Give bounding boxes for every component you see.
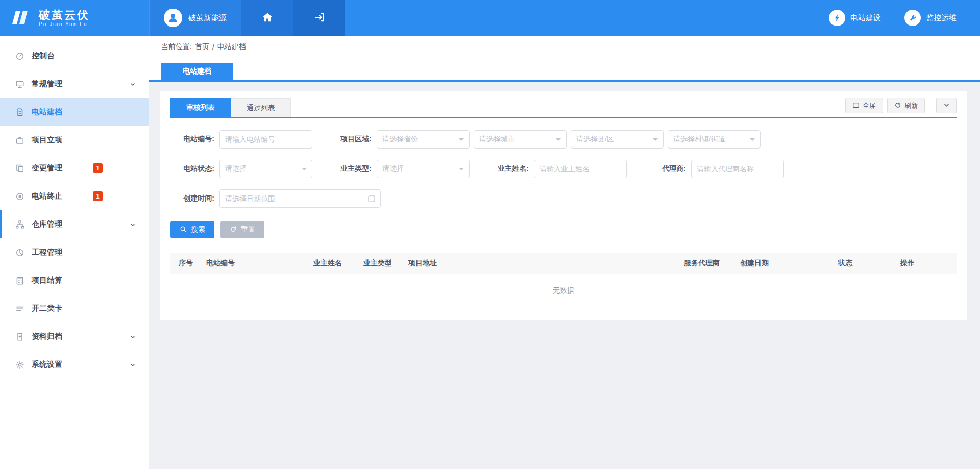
city-select[interactable]: 请选择城市 [474,130,567,149]
chevron-down-icon [130,362,136,368]
home-button[interactable] [241,0,293,36]
owner-type-select[interactable]: 请选择 [377,160,470,178]
sidebar-item-type2-card[interactable]: 开二类卡 [0,294,149,323]
monitor-icon [15,80,24,89]
avatar [164,9,182,27]
fullscreen-icon [852,102,860,110]
sidebar-item-engineering-mgmt[interactable]: 工程管理 [0,238,149,266]
owner-name-label: 业主姓名: [485,164,529,174]
chevron-down-icon [653,138,658,143]
station-no-input[interactable] [219,130,312,149]
sidebar-item-label: 开二类卡 [32,304,62,313]
refresh-button[interactable]: 刷新 [887,98,925,113]
col-project-address: 项目地址 [408,259,684,268]
chevron-down-icon [750,138,755,143]
sidebar-item-warehouse-mgmt[interactable]: 仓库管理 [0,210,149,238]
sidebar-item-general-mgmt[interactable]: 常规管理 [0,70,149,98]
refresh-icon [894,102,901,110]
top-header: 破茧云伏 Po Jian Yun Fu 破茧新能源 [0,0,980,36]
app-root: 破茧云伏 Po Jian Yun Fu 破茧新能源 [0,0,980,469]
lightning-icon [829,10,845,26]
search-icon [180,226,187,234]
region-label: 项目区域: [328,135,372,144]
owner-name-input[interactable] [534,160,627,178]
reset-button[interactable]: 重置 [220,221,264,238]
sidebar-item-label: 变更管理 [32,163,62,173]
solar-logo-icon [11,9,33,28]
logo-title: 破茧云伏 [39,9,90,21]
logo: 破茧云伏 Po Jian Yun Fu [0,0,149,36]
agent-input[interactable] [691,160,784,178]
created-time-label: 创建时间: [170,194,214,203]
stop-circle-icon [15,192,24,201]
sidebar-item-label: 系统设置 [32,360,62,369]
page-tab-bar: 电站建档 [149,58,980,82]
search-button[interactable]: 搜索 [170,221,214,238]
filter-form: 电站编号: 项目区域: 请选择省份 请选择城市 [170,130,957,208]
user-menu[interactable]: 破茧新能源 [149,0,241,36]
briefcase-icon [15,136,24,145]
breadcrumb-separator: / [212,43,214,51]
agent-label: 代理商: [642,164,686,174]
nav-monitor-ops[interactable]: 监控运维 [904,0,957,36]
col-status: 状态 [838,259,900,268]
nav-station-build[interactable]: 电站建设 [829,0,881,36]
list-bars-icon [15,304,24,313]
station-archive-panel: 审核列表 通过列表 全屏 刷新 [160,91,967,320]
logout-button[interactable] [293,0,345,36]
station-status-label: 电站状态: [170,164,214,174]
chevron-down-icon [556,138,561,143]
chevron-down-icon [302,168,307,173]
breadcrumb-prefix: 当前位置: [161,42,192,52]
fullscreen-button[interactable]: 全屏 [845,98,883,113]
col-actions: 操作 [900,259,957,268]
tab-review-list[interactable]: 审核列表 [170,98,231,117]
exit-icon [314,12,325,24]
sidebar-item-station-termination[interactable]: 电站终止 1 [0,182,149,210]
gear-icon [15,360,24,369]
breadcrumb-home[interactable]: 首页 [195,42,209,52]
col-owner-name: 业主姓名 [313,259,363,268]
tab-station-archive[interactable]: 电站建档 [161,63,233,80]
town-select[interactable]: 请选择村镇/街道 [668,130,761,149]
sidebar-item-system-settings[interactable]: 系统设置 [0,351,149,379]
company-name: 破茧新能源 [188,13,227,23]
chevron-down-icon [130,221,136,228]
badge-count: 1 [93,191,103,201]
sidebar-item-station-archive[interactable]: 电站建档 [0,98,149,126]
sidebar-item-data-archive[interactable]: 资料归档 [0,323,149,351]
sidebar-item-change-mgmt[interactable]: 变更管理 1 [0,154,149,182]
copy-icon [15,164,24,173]
county-select[interactable]: 请选择县/区 [571,130,664,149]
col-station-no: 电站编号 [206,259,313,268]
chevron-down-icon [943,102,950,110]
province-select[interactable]: 请选择省份 [377,130,470,149]
chevron-down-icon [130,334,136,340]
dashboard-icon [15,52,24,61]
collapse-filters-button[interactable] [936,98,957,113]
tab-passed-list[interactable]: 通过列表 [231,98,291,117]
logo-subtitle: Po Jian Yun Fu [39,21,90,27]
sidebar-item-label: 资料归档 [32,332,62,341]
nav-label: 电站建设 [850,13,881,23]
main-content: 当前位置: 首页 / 电站建档 电站建档 审核列表 通过列表 [149,36,980,469]
sidebar-item-project-settlement[interactable]: 项目结算 [0,266,149,294]
sidebar-item-console[interactable]: 控制台 [0,42,149,70]
sidebar-item-label: 项目立项 [32,135,62,145]
date-range-input[interactable] [219,189,381,208]
station-status-select[interactable]: 请选择 [219,160,312,178]
col-owner-type: 业主类型 [363,259,408,268]
wrench-icon [904,10,921,26]
sitemap-icon [15,220,24,229]
chevron-down-icon [459,138,464,143]
breadcrumb-current: 电站建档 [217,42,246,52]
calculator-icon [15,276,24,285]
results-table: 序号 电站编号 业主姓名 业主类型 项目地址 服务代理商 创建日期 状态 操作 … [170,253,957,308]
document-icon [15,108,24,117]
col-created-date: 创建日期 [740,259,838,268]
sidebar-item-label: 常规管理 [32,79,62,89]
station-no-label: 电站编号: [170,135,214,144]
sidebar-item-project-initiation[interactable]: 项目立项 [0,126,149,154]
pie-chart-icon [15,248,24,257]
panel-tab-bar: 审核列表 通过列表 全屏 刷新 [170,98,957,118]
